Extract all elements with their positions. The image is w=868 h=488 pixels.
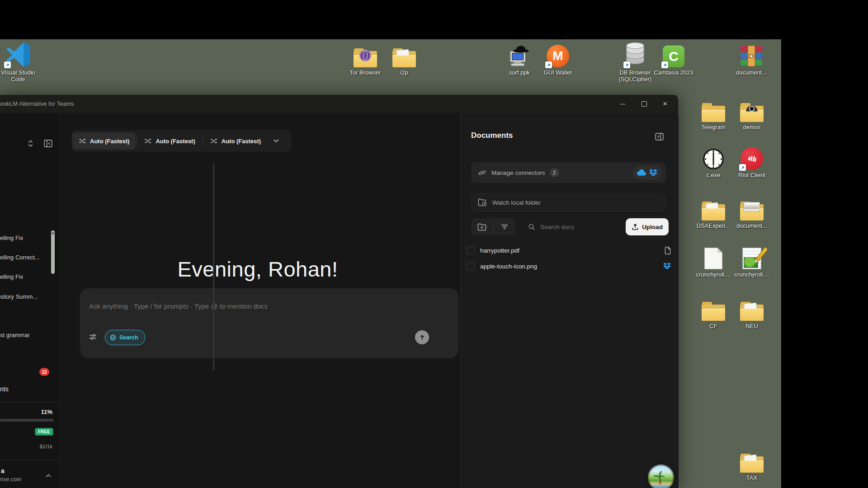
sidebar-scrollbar[interactable] [51, 230, 55, 274]
document-file-icon [665, 247, 671, 254]
desktop-icon-crunchyroll-file[interactable]: crunchyroll.... [692, 243, 735, 278]
desktop-icon-demos[interactable]: demos [730, 96, 774, 131]
desktop-icon-label: TAX [746, 474, 757, 481]
desktop-icon-c-exe[interactable]: c.exe [692, 144, 735, 178]
sidebar-divider [0, 460, 59, 460]
sort-icon [28, 140, 33, 147]
documents-scrollbar[interactable] [213, 163, 214, 371]
search-docs-input[interactable] [539, 223, 609, 231]
desktop-icon-label: Visual Studio Code [0, 69, 40, 83]
desktop-icon-visual-studio-code[interactable]: Visual Studio Code [0, 41, 40, 83]
file-row[interactable]: harrypotter.pdf [467, 242, 671, 258]
shuffle-icon [79, 137, 86, 145]
desktop-icon-document-archive[interactable]: document... [730, 41, 773, 76]
globe-icon [110, 334, 116, 341]
globe-island-widget[interactable] [648, 465, 674, 488]
model-label: Auto (Fastest) [90, 138, 129, 145]
desktop-icon-riot-client[interactable]: Riot Client [730, 144, 774, 178]
desktop-icon-dsaexperiments[interactable]: DSAExperi... [692, 194, 735, 229]
conversation-item[interactable]: st grammar [0, 332, 30, 338]
sort-conversations-button[interactable] [25, 138, 35, 148]
app-window: ookLM Alternative for Teams × elling Fix… [0, 95, 678, 488]
desktop-icon-label: Tor Browser [349, 69, 381, 76]
folder-watch-icon [478, 198, 487, 206]
putty-icon [508, 41, 531, 67]
notepad-icon [742, 243, 761, 269]
filter-icon [501, 224, 508, 230]
file-checkbox[interactable] [467, 246, 475, 254]
search-icon [528, 223, 535, 230]
desktop-icon-label: crunchyroll.... [696, 271, 731, 278]
desktop-icon-gui-wallet[interactable]: M GUI Wallet [536, 41, 580, 76]
send-button[interactable] [415, 330, 429, 344]
sidebar-item-truncated[interactable]: nts [0, 385, 9, 393]
rate-label: $1/1k [29, 444, 52, 449]
desktop-icon-cf[interactable]: CF [692, 295, 735, 329]
chevron-down-icon [274, 139, 279, 143]
collapse-sidebar-button[interactable] [42, 138, 53, 148]
model-option-2[interactable]: Auto (Fastest) [138, 132, 201, 150]
documents-toolbar-group [471, 218, 515, 235]
window-titlebar[interactable]: ookLM Alternative for Teams × [0, 95, 678, 113]
watch-local-folder-button[interactable]: Watch local folder [471, 193, 666, 211]
desktop-icon-tor-browser[interactable]: Tor Browser [344, 41, 387, 76]
collapse-documents-panel-button[interactable] [654, 132, 665, 141]
desktop-icon-tax[interactable]: TAX [730, 446, 774, 481]
file-row[interactable]: apple-touch-icon.png [467, 258, 671, 274]
desktop-icon-neu[interactable]: NEU [730, 295, 774, 329]
conversation-item[interactable]: elling Fix [0, 235, 23, 241]
tune-settings-button[interactable] [89, 333, 97, 342]
desktop-icon-crunchyroll-note[interactable]: crunchyroll.... [730, 243, 774, 278]
user-name[interactable]: a [1, 467, 5, 474]
chat-input-box[interactable]: Search [80, 288, 458, 358]
desktop-icon-label: document... [736, 69, 767, 76]
desktop-icon-db-browser[interactable]: DB Browser (SQLCipher) [613, 41, 657, 83]
desktop-icon-telegram[interactable]: Telegram [692, 96, 735, 131]
monero-icon: M [547, 41, 569, 67]
divider [137, 136, 137, 146]
desktop-icon-label: Riot Client [738, 172, 765, 178]
arrow-up-icon [419, 334, 425, 341]
folder-paper-icon [740, 295, 764, 321]
desktop-icon-label: crunchyroll.... [734, 271, 769, 278]
search-docs-field[interactable] [523, 218, 635, 235]
palm-tree-icon [648, 465, 674, 488]
desktop-icon-i2p[interactable]: i2p [382, 41, 426, 76]
close-button[interactable]: × [655, 95, 675, 113]
conversation-item[interactable]: sitory Summ... [0, 293, 38, 300]
riot-icon [741, 144, 763, 170]
shuffle-icon [210, 137, 217, 145]
shortcut-arrow-icon [661, 61, 668, 68]
desktop-icon-label: CF [709, 323, 717, 329]
desktop-icon-surf-ppk[interactable]: surf.ppk [498, 41, 541, 76]
file-name: apple-touch-icon.png [480, 263, 658, 270]
conversation-item[interactable]: elling Correct... [0, 254, 39, 261]
maximize-button[interactable] [634, 95, 655, 113]
sliders-icon [89, 333, 97, 340]
model-dropdown-toggle[interactable] [274, 139, 279, 143]
model-option-1[interactable]: Auto (Fastest) [72, 132, 136, 150]
web-search-toggle[interactable]: Search [105, 330, 145, 345]
greeting-text: Evening, Rohan! [68, 257, 448, 282]
plan-badge: FREE [35, 428, 53, 436]
folder-webcam-icon [740, 96, 764, 122]
vscode-icon [5, 41, 31, 67]
desktop-icon-document-folder[interactable]: document... [730, 194, 774, 229]
chat-input[interactable] [88, 302, 406, 310]
minimize-button[interactable] [612, 95, 633, 113]
model-option-3[interactable]: Auto (Fastest) [204, 132, 267, 150]
usage-percent: 11% [32, 408, 52, 415]
manage-connectors-label: Manage connectors [491, 169, 545, 176]
model-label: Auto (Fastest) [156, 138, 195, 145]
user-menu-toggle[interactable] [44, 473, 52, 479]
filter-button[interactable] [494, 224, 516, 230]
user-email: nse.com [0, 476, 21, 483]
conversation-item[interactable]: elling Fix [0, 273, 23, 280]
model-selector[interactable]: Auto (Fastest) Auto (Fastest) Auto (Fast… [71, 130, 291, 152]
file-checkbox[interactable] [467, 262, 475, 270]
manage-connectors-button[interactable]: Manage connectors 2 [471, 162, 666, 183]
dropbox-file-icon [663, 263, 671, 270]
upload-button[interactable]: Upload [626, 218, 669, 235]
desktop-icon-camtasia[interactable]: C Camtasia 2023 [652, 41, 695, 76]
new-folder-button[interactable] [471, 223, 493, 231]
